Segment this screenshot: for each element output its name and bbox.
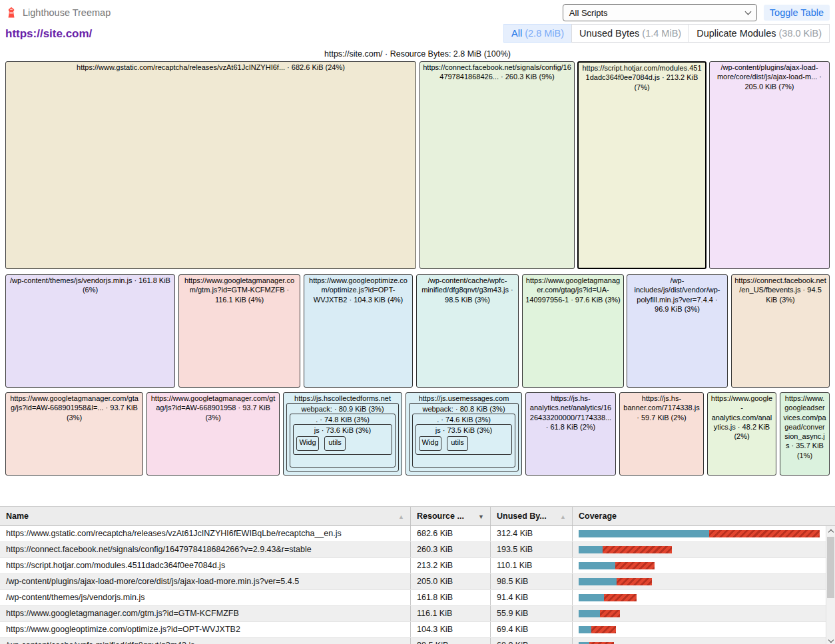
treemap-root-label: https://site.com/ · Resource Bytes: 2.8 … bbox=[0, 49, 835, 59]
cell-resource-bytes: 682.6 KiB bbox=[411, 526, 491, 541]
cell-resource-bytes: 161.8 KiB bbox=[411, 590, 491, 605]
treemap-cell[interactable]: https://js.hscollectedforms.netwebpack: … bbox=[283, 392, 402, 476]
table-row[interactable]: /wp-content/plugins/ajax-load-more/core/… bbox=[0, 574, 835, 590]
treemap-subcell[interactable]: js · 73.6 KiB (3%)Widgutils bbox=[293, 424, 392, 455]
coverage-used-bar bbox=[579, 594, 604, 601]
treemap-cell[interactable]: /wp-content/plugins/ajax-load-more/core/… bbox=[709, 61, 830, 269]
cell-name: https://script.hotjar.com/modules.4511da… bbox=[0, 558, 411, 573]
scroll-up-icon[interactable] bbox=[826, 526, 835, 536]
treemap-cell-label: https://www.googletagmanager.com/gtm.js?… bbox=[179, 275, 300, 304]
treemap-cell-label: https://js.hscollectedforms.net bbox=[284, 393, 402, 403]
treemap-subcell[interactable]: Widg bbox=[296, 436, 319, 451]
cell-name: /wp-content/plugins/ajax-load-more/core/… bbox=[0, 574, 411, 589]
chevron-down-icon bbox=[744, 8, 751, 15]
treemap-cell[interactable]: https://js.hs-analytics.net/analytics/16… bbox=[525, 392, 616, 476]
coverage-unused-bar bbox=[603, 546, 672, 553]
treemap-cell[interactable]: https://www.googletagmanager.com/gtag/js… bbox=[5, 392, 143, 476]
sort-asc-icon: ▲ bbox=[398, 507, 404, 525]
treemap-cell[interactable]: https://www.gstatic.com/recaptcha/releas… bbox=[5, 61, 416, 269]
treemap-cell-label: . · 74.6 KiB (3%) bbox=[413, 414, 515, 424]
treemap-cell[interactable]: https://www.googletagmanager.com/gtm.js?… bbox=[178, 274, 300, 388]
cell-coverage bbox=[573, 590, 826, 605]
table-row[interactable]: /wp-content/themes/js/vendorjs.min.js161… bbox=[0, 590, 835, 606]
cell-coverage bbox=[573, 606, 826, 621]
treemap-cell-label: https://js.hs-banner.com/7174338.js · 59… bbox=[620, 393, 703, 422]
treemap-cell-label: utils bbox=[447, 437, 467, 447]
treemap-cell[interactable]: /wp-content/cache/wpfc-minified/dfg8qnvt… bbox=[416, 274, 519, 388]
table-header-row: Name▲Resource ...▼Unused By...▲Coverage bbox=[0, 506, 835, 526]
column-header-unused-by[interactable]: Unused By...▲ bbox=[491, 507, 573, 525]
table-row[interactable]: https://www.googletagmanager.com/gtm.js?… bbox=[0, 606, 835, 622]
treemap-cell-label: https://www.googletagmanager.com/gtag/js… bbox=[6, 393, 142, 422]
treemap-cell[interactable]: https://js.usemessages.comwebpack: · 80.… bbox=[406, 392, 522, 476]
coverage-unused-bar bbox=[600, 610, 620, 617]
cell-resource-bytes: 104.3 KiB bbox=[411, 622, 491, 637]
cell-coverage bbox=[573, 526, 826, 541]
table-scrollbar[interactable] bbox=[826, 526, 835, 644]
treemap-subcell[interactable]: . · 74.8 KiB (3%)js · 73.6 KiB (3%)Widgu… bbox=[290, 414, 396, 468]
treemap-subcell[interactable]: utils bbox=[324, 436, 346, 451]
cell-unused-bytes: 91.4 KiB bbox=[491, 590, 573, 605]
scrollbar-thumb[interactable] bbox=[827, 537, 834, 598]
treemap-cell-label: . · 74.8 KiB (3%) bbox=[290, 414, 395, 424]
treemap-cell-label: js · 73.6 KiB (3%) bbox=[294, 425, 392, 435]
cell-unused-bytes: 110.1 KiB bbox=[491, 558, 573, 573]
coverage-unused-bar bbox=[615, 562, 655, 569]
treemap-cell-label: Widg bbox=[297, 437, 318, 447]
tab-all[interactable]: All (2.8 MiB) bbox=[503, 24, 572, 43]
treemap-subcell[interactable]: webpack: · 80.9 KiB (3%). · 74.8 KiB (3%… bbox=[286, 403, 399, 472]
treemap-cell-label: utils bbox=[325, 437, 345, 447]
top-bar: Lighthouse Treemap All Scripts Toggle Ta… bbox=[0, 0, 835, 24]
treemap-cell[interactable]: https://www.google-analytics.com/analyti… bbox=[707, 392, 776, 476]
treemap-cell[interactable]: https://www.googletagmanager.com/gtag/js… bbox=[522, 274, 624, 388]
treemap-cell-label: https://www.google-analytics.com/analyti… bbox=[708, 393, 776, 441]
coverage-unused-bar bbox=[617, 578, 652, 585]
treemap-cell[interactable]: https://js.hs-banner.com/7174338.js · 59… bbox=[619, 392, 704, 476]
treemap-cell-label: https://script.hotjar.com/modules.4511da… bbox=[579, 63, 705, 92]
treemap-cell[interactable]: https://connect.facebook.net/en_US/fbeve… bbox=[731, 274, 830, 388]
table-row[interactable]: /wp-content/cache/wpfc-minified/dfg8qnvt… bbox=[0, 638, 835, 644]
coverage-unused-bar bbox=[591, 626, 616, 633]
table-body: https://www.gstatic.com/recaptcha/releas… bbox=[0, 526, 835, 644]
treemap-cell[interactable]: https://www.googleoptimize.com/optimize.… bbox=[304, 274, 413, 388]
tab-duplicate-modules[interactable]: Duplicate Modules (38.0 KiB) bbox=[689, 24, 830, 43]
cell-unused-bytes: 193.5 KiB bbox=[491, 542, 573, 557]
table-row[interactable]: https://script.hotjar.com/modules.4511da… bbox=[0, 558, 835, 574]
lighthouse-logo-icon bbox=[5, 7, 17, 19]
treemap-cell[interactable]: /wp-includes/js/dist/vendor/wp-polyfill.… bbox=[627, 274, 728, 388]
table-row[interactable]: https://www.googleoptimize.com/optimize.… bbox=[0, 622, 835, 638]
treemap-cell[interactable]: https://www.googletagmanager.com/gtag/js… bbox=[146, 392, 280, 476]
cell-name: https://www.googleoptimize.com/optimize.… bbox=[0, 622, 411, 637]
treemap-subcell[interactable]: . · 74.6 KiB (3%)js · 73.5 KiB (3%)Widgu… bbox=[412, 414, 515, 468]
treemap-cell-label: https://www.gstatic.com/recaptcha/releas… bbox=[6, 62, 416, 72]
treemap-cell[interactable]: https://script.hotjar.com/modules.4511da… bbox=[577, 61, 706, 269]
treemap-subcell[interactable]: webpack: · 80.8 KiB (3%). · 74.6 KiB (3%… bbox=[409, 403, 519, 472]
table-row[interactable]: https://connect.facebook.net/signals/con… bbox=[0, 542, 835, 558]
cell-resource-bytes: 260.3 KiB bbox=[411, 542, 491, 557]
cell-coverage bbox=[573, 558, 826, 573]
treemap-cell[interactable]: https://connect.facebook.net/signals/con… bbox=[419, 61, 575, 269]
treemap-subcell[interactable]: utils bbox=[447, 436, 468, 451]
tab-unused-bytes[interactable]: Unused Bytes (1.4 MiB) bbox=[571, 24, 689, 43]
treemap-subcell[interactable]: Widg bbox=[419, 436, 441, 451]
cell-name: https://www.gstatic.com/recaptcha/releas… bbox=[0, 526, 411, 541]
treemap-cell-label: https://js.hs-analytics.net/analytics/16… bbox=[526, 393, 615, 432]
column-header-coverage[interactable]: Coverage bbox=[573, 507, 826, 525]
column-header-name[interactable]: Name▲ bbox=[0, 507, 411, 525]
scroll-down-icon[interactable] bbox=[826, 635, 835, 644]
treemap-subcell[interactable]: js · 73.5 KiB (3%)Widgutils bbox=[416, 424, 512, 455]
treemap-cell-label: /wp-content/themes/js/vendorjs.min.js · … bbox=[6, 275, 174, 295]
treemap-cell-label: https://js.usemessages.com bbox=[406, 393, 521, 403]
toggle-table-button[interactable]: Toggle Table bbox=[764, 5, 830, 21]
column-header-resource[interactable]: Resource ...▼ bbox=[411, 507, 491, 525]
treemap-cell-label: https://connect.facebook.net/en_US/fbeve… bbox=[732, 275, 829, 304]
script-filter-select[interactable]: All Scripts bbox=[563, 4, 757, 21]
view-tabs: All (2.8 MiB)Unused Bytes (1.4 MiB)Dupli… bbox=[504, 24, 830, 43]
treemap-cell[interactable]: /wp-content/themes/js/vendorjs.min.js · … bbox=[5, 274, 175, 388]
table-row[interactable]: https://www.gstatic.com/recaptcha/releas… bbox=[0, 526, 835, 542]
treemap-cell-label: https://www.googletagmanager.com/gtag/js… bbox=[147, 393, 279, 422]
resources-table: Name▲Resource ...▼Unused By...▲Coverage … bbox=[0, 506, 835, 644]
cell-resource-bytes: 205.0 KiB bbox=[411, 574, 491, 589]
treemap-cell[interactable]: https://www.googleadservices.com/pagead/… bbox=[780, 392, 830, 476]
cell-unused-bytes: 68.9 KiB bbox=[491, 638, 573, 644]
